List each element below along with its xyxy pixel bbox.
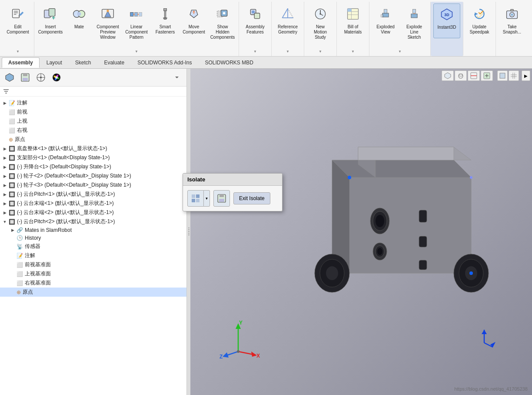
svg-rect-46 bbox=[384, 9, 387, 13]
tree-item-lift[interactable]: ▶ 🔲 (-) 升降台<1> (Default<Display State-1>… bbox=[0, 162, 186, 171]
tree-item-wheel3[interactable]: ▶ 🔲 (-) 轮子<3> (Default<<Default>_Display… bbox=[0, 181, 186, 190]
annotation2-icon: 📝 bbox=[17, 253, 23, 259]
tree-item-yuntai-end1[interactable]: ▶ 🔲 (-) 云台末端<1> (默认<默认_显示状态-1>) bbox=[0, 199, 186, 208]
history-icon: 🕒 bbox=[17, 235, 23, 241]
component-preview-button[interactable]: ComponentPreviewWindow bbox=[94, 3, 121, 42]
show-hidden-label: ShowHiddenComponents bbox=[210, 24, 235, 40]
insert-components-label: InsertComponents bbox=[38, 24, 63, 35]
edit-component-button[interactable]: Edit Component bbox=[4, 3, 31, 38]
linear-component-pattern-label: LinearComponentPattern bbox=[125, 24, 148, 40]
mate-button[interactable]: Mate bbox=[66, 3, 93, 38]
tree-item-wheel2[interactable]: ▶ 🔲 (-) 轮子<2> (Default<<Default>_Display… bbox=[0, 171, 186, 181]
toolbar-group-reference: ReferenceGeometry ▼ bbox=[272, 2, 304, 56]
new-motion-study-label: NewMotionStudy bbox=[314, 24, 327, 40]
tree-item-mates-slamrobot[interactable]: ▶ 🔗 Mates in SlamRobot bbox=[0, 226, 186, 234]
tree-item-history[interactable]: ▶ 🕒 History bbox=[0, 234, 186, 242]
left-toolbar-crosshair-button[interactable] bbox=[34, 70, 48, 84]
explode-line-sketch-button[interactable]: ExplodeLineSketch bbox=[401, 3, 428, 42]
wheel3-expander[interactable]: ▶ bbox=[2, 182, 8, 188]
instant3d-label: Instant3D bbox=[438, 25, 456, 30]
vp-expand-button[interactable]: ▶ bbox=[522, 70, 530, 81]
tree-item-top-base[interactable]: ▶ ⬜ 上视基准面 bbox=[0, 269, 186, 278]
isolate-save-button[interactable] bbox=[213, 190, 230, 207]
tree-item-right-base[interactable]: ▶ ⬜ 右视基准面 bbox=[0, 278, 186, 288]
new-motion-study-button[interactable]: NewMotionStudy bbox=[307, 3, 334, 42]
vp-view-cube-button[interactable] bbox=[442, 70, 454, 81]
assembly-features-button[interactable]: AssemblyFeatures bbox=[242, 3, 269, 38]
svg-text:Y: Y bbox=[239, 320, 243, 326]
yuntai-end2-expander[interactable]: ▶ bbox=[2, 210, 8, 216]
bom-group-arrow: ▼ bbox=[351, 50, 355, 54]
tree-item-yuntai-end2[interactable]: ▶ 🔲 (-) 云台末端<2> (默认<默认_显示状态-1>) bbox=[0, 208, 186, 217]
vp-section-button[interactable] bbox=[468, 70, 480, 81]
tree-item-front-view[interactable]: ▶ ⬜ 前视 bbox=[0, 107, 186, 117]
tree-item-annotation2[interactable]: ▶ 📝 注解 bbox=[0, 251, 186, 260]
tree-item-sensor[interactable]: ▶ 📡 传感器 bbox=[0, 242, 186, 251]
svg-rect-83 bbox=[219, 199, 224, 202]
tree-item-annotation[interactable]: ▶ 📝 注解 bbox=[0, 98, 186, 107]
exploded-view-button[interactable]: ExplodedView bbox=[372, 3, 399, 38]
update-speedpak-button[interactable]: UpdateSpeedpak bbox=[466, 3, 493, 38]
front-base-icon: ⬜ bbox=[17, 262, 23, 268]
tree-item-bracket[interactable]: ▶ 🔲 支架部分<1> (Default<Display State-1>) bbox=[0, 153, 186, 162]
svg-marker-98 bbox=[332, 160, 471, 177]
svg-marker-122 bbox=[482, 330, 487, 334]
svg-marker-58 bbox=[6, 74, 13, 81]
tab-solidworks-addins[interactable]: SOLIDWORKS Add-Ins bbox=[131, 58, 198, 67]
isolate-apply-button[interactable] bbox=[187, 190, 204, 207]
tree-item-origin2[interactable]: ▶ ⊕ 原点 bbox=[0, 288, 186, 297]
3d-model-viewport bbox=[271, 125, 510, 382]
tab-solidworks-mbd[interactable]: SOLIDWORKS MBD bbox=[199, 58, 259, 67]
insert-components-button[interactable]: InsertComponents bbox=[37, 3, 64, 38]
lift-label: (-) 升降台<1> (Default<Display State-1>) bbox=[17, 163, 111, 171]
left-toolbar-color-button[interactable] bbox=[50, 70, 63, 84]
bracket-expander[interactable]: ▶ bbox=[2, 155, 8, 161]
viewport-toolbar: ▶ bbox=[442, 70, 530, 81]
take-snapshot-button[interactable]: TakeSnapsh... bbox=[499, 3, 525, 38]
tree-item-top-view[interactable]: ▶ ⬜ 上视 bbox=[0, 117, 186, 126]
wheel2-expander[interactable]: ▶ bbox=[2, 173, 8, 179]
linear-component-pattern-button[interactable]: LinearComponentPattern bbox=[123, 3, 150, 42]
bill-of-materials-button[interactable]: Bill ofMaterials bbox=[339, 3, 366, 38]
annotation-expander[interactable]: ▶ bbox=[2, 100, 8, 106]
mates-expander[interactable]: ▶ bbox=[10, 227, 16, 233]
isolate-dropdown-arrow[interactable]: ▼ bbox=[204, 190, 210, 207]
yuntai-pitch2-expander[interactable]: ▼ bbox=[2, 219, 8, 225]
lift-expander[interactable]: ▶ bbox=[2, 164, 8, 170]
left-panel: ▶ 📝 注解 ▶ ⬜ 前视 ▶ ⬜ 上视 ▶ ⬜ 右视 bbox=[0, 69, 187, 395]
show-hidden-components-button[interactable]: ShowHiddenComponents bbox=[209, 3, 236, 42]
tab-layout[interactable]: Layout bbox=[40, 58, 68, 67]
assembly-features-group-arrow: ▼ bbox=[253, 50, 257, 54]
feature-tree[interactable]: ▶ 📝 注解 ▶ ⬜ 前视 ▶ ⬜ 上视 ▶ ⬜ 右视 bbox=[0, 97, 186, 395]
left-toolbar-3d-button[interactable] bbox=[3, 70, 17, 84]
yuntai-end1-expander[interactable]: ▶ bbox=[2, 201, 8, 207]
smart-fasteners-button[interactable]: SmartFasteners bbox=[152, 3, 179, 38]
vp-zoom-button[interactable] bbox=[481, 70, 493, 81]
tree-item-front-base[interactable]: ▶ ⬜ 前视基准面 bbox=[0, 260, 186, 269]
tab-sketch[interactable]: Sketch bbox=[69, 58, 97, 67]
exit-isolate-button[interactable]: Exit Isolate bbox=[233, 192, 270, 204]
left-toolbar-save-button[interactable] bbox=[18, 70, 32, 84]
vp-camera-button[interactable] bbox=[455, 70, 467, 81]
tree-item-chassis[interactable]: ▶ 🔲 底盘整体<1> (默认<默认_显示状态-1>) bbox=[0, 144, 186, 153]
instant3d-button[interactable]: 3D Instant3D bbox=[433, 3, 460, 38]
vp-grid-button[interactable] bbox=[509, 70, 519, 81]
chassis-expander[interactable]: ▶ bbox=[2, 146, 8, 152]
tree-item-yuntai-pitch1[interactable]: ▶ 🔲 (-) 云台Pitch<1> (默认<默认_显示状态-1>) bbox=[0, 190, 186, 199]
viewport[interactable]: ▶ bbox=[190, 69, 532, 395]
tree-item-yuntai-pitch2[interactable]: ▼ 🔲 (-) 云台Pitch<2> (默认<默认_显示状态-1>) bbox=[0, 217, 186, 226]
svg-marker-73 bbox=[175, 77, 179, 78]
move-component-button[interactable]: MoveComponent bbox=[180, 3, 207, 38]
resize-handle[interactable] bbox=[187, 69, 190, 395]
svg-rect-16 bbox=[135, 12, 138, 16]
vp-front-view-button[interactable] bbox=[497, 70, 508, 81]
tab-assembly[interactable]: Assembly bbox=[2, 57, 40, 68]
left-toolbar-expand-button[interactable] bbox=[170, 70, 184, 84]
right-base-label: 右视基准面 bbox=[25, 279, 51, 287]
tree-item-right-view[interactable]: ▶ ⬜ 右视 bbox=[0, 126, 186, 135]
tree-item-origin[interactable]: ▶ ⊕ 原点 bbox=[0, 135, 186, 144]
move-component-icon bbox=[185, 5, 203, 23]
reference-geometry-button[interactable]: ReferenceGeometry bbox=[274, 3, 301, 38]
tab-evaluate[interactable]: Evaluate bbox=[98, 58, 130, 67]
yuntai-pitch1-expander[interactable]: ▶ bbox=[2, 191, 8, 198]
